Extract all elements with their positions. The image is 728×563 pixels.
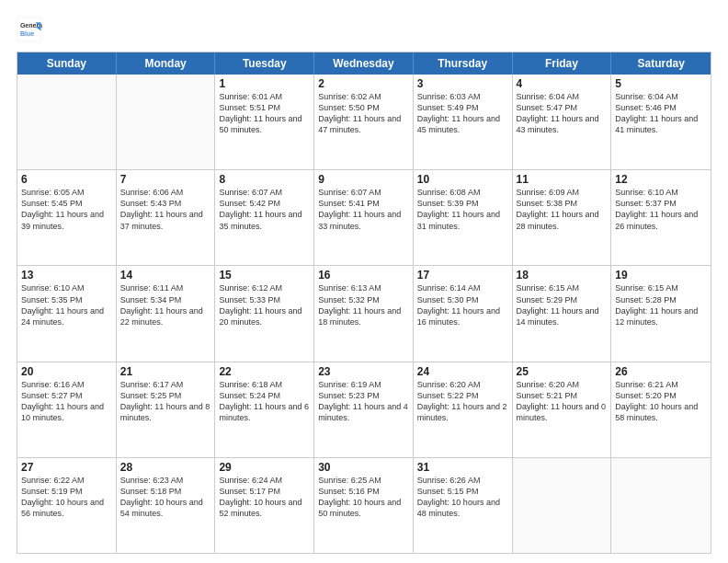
cell-info: Sunrise: 6:19 AM Sunset: 5:23 PM Dayligh…	[318, 379, 409, 424]
calendar-cell: 20Sunrise: 6:16 AM Sunset: 5:27 PM Dayli…	[17, 362, 117, 457]
calendar-cell: 5Sunrise: 6:04 AM Sunset: 5:46 PM Daylig…	[611, 75, 711, 169]
cell-info: Sunrise: 6:04 AM Sunset: 5:46 PM Dayligh…	[615, 91, 707, 136]
header-cell-thursday: Thursday	[414, 52, 513, 75]
cell-info: Sunrise: 6:23 AM Sunset: 5:18 PM Dayligh…	[120, 475, 211, 520]
calendar-cell: 30Sunrise: 6:25 AM Sunset: 5:16 PM Dayli…	[314, 458, 414, 553]
day-number: 3	[417, 77, 508, 90]
cell-info: Sunrise: 6:15 AM Sunset: 5:28 PM Dayligh…	[615, 282, 707, 327]
day-number: 9	[318, 173, 409, 186]
calendar-row-2: 6Sunrise: 6:05 AM Sunset: 5:45 PM Daylig…	[17, 170, 711, 266]
calendar-cell: 31Sunrise: 6:26 AM Sunset: 5:15 PM Dayli…	[414, 458, 513, 553]
calendar-cell: 12Sunrise: 6:10 AM Sunset: 5:37 PM Dayli…	[611, 170, 711, 265]
calendar-cell: 19Sunrise: 6:15 AM Sunset: 5:28 PM Dayli…	[611, 266, 711, 361]
calendar-cell: 26Sunrise: 6:21 AM Sunset: 5:20 PM Dayli…	[611, 362, 711, 457]
calendar-row-1: 1Sunrise: 6:01 AM Sunset: 5:51 PM Daylig…	[17, 75, 711, 170]
day-number: 22	[219, 365, 310, 378]
header-cell-tuesday: Tuesday	[215, 52, 314, 75]
day-number: 17	[417, 269, 508, 282]
day-number: 16	[318, 269, 409, 282]
day-number: 4	[517, 77, 608, 90]
day-number: 20	[21, 365, 112, 378]
day-number: 1	[219, 77, 310, 90]
cell-info: Sunrise: 6:16 AM Sunset: 5:27 PM Dayligh…	[21, 379, 112, 424]
cell-info: Sunrise: 6:03 AM Sunset: 5:49 PM Dayligh…	[417, 91, 508, 136]
calendar-cell: 1Sunrise: 6:01 AM Sunset: 5:51 PM Daylig…	[215, 75, 314, 169]
page: General Blue SundayMondayTuesdayWednesda…	[0, 0, 728, 563]
calendar-cell: 6Sunrise: 6:05 AM Sunset: 5:45 PM Daylig…	[17, 170, 117, 265]
day-number: 24	[417, 365, 508, 378]
header-cell-friday: Friday	[513, 52, 612, 75]
day-number: 2	[318, 77, 409, 90]
cell-info: Sunrise: 6:25 AM Sunset: 5:16 PM Dayligh…	[318, 475, 409, 520]
calendar-cell: 8Sunrise: 6:07 AM Sunset: 5:42 PM Daylig…	[215, 170, 314, 265]
cell-info: Sunrise: 6:01 AM Sunset: 5:51 PM Dayligh…	[219, 91, 310, 136]
calendar-cell: 13Sunrise: 6:10 AM Sunset: 5:35 PM Dayli…	[17, 266, 117, 361]
calendar-cell: 3Sunrise: 6:03 AM Sunset: 5:49 PM Daylig…	[414, 75, 513, 169]
calendar-cell: 25Sunrise: 6:20 AM Sunset: 5:21 PM Dayli…	[513, 362, 612, 457]
header-cell-wednesday: Wednesday	[314, 52, 414, 75]
calendar-cell	[117, 75, 216, 169]
day-number: 7	[120, 173, 211, 186]
calendar-row-5: 27Sunrise: 6:22 AM Sunset: 5:19 PM Dayli…	[17, 458, 711, 553]
day-number: 5	[615, 77, 707, 90]
day-number: 21	[120, 365, 211, 378]
day-number: 8	[219, 173, 310, 186]
day-number: 12	[615, 173, 707, 186]
calendar-cell	[17, 75, 117, 169]
calendar-cell: 4Sunrise: 6:04 AM Sunset: 5:47 PM Daylig…	[513, 75, 612, 169]
calendar-cell: 28Sunrise: 6:23 AM Sunset: 5:18 PM Dayli…	[117, 458, 216, 553]
calendar-cell: 16Sunrise: 6:13 AM Sunset: 5:32 PM Dayli…	[314, 266, 414, 361]
cell-info: Sunrise: 6:02 AM Sunset: 5:50 PM Dayligh…	[318, 91, 409, 136]
svg-rect-0	[17, 17, 41, 41]
header-cell-sunday: Sunday	[17, 52, 117, 75]
cell-info: Sunrise: 6:14 AM Sunset: 5:30 PM Dayligh…	[417, 282, 508, 327]
calendar-cell	[513, 458, 612, 553]
day-number: 27	[21, 461, 112, 474]
cell-info: Sunrise: 6:13 AM Sunset: 5:32 PM Dayligh…	[318, 282, 409, 327]
day-number: 10	[417, 173, 508, 186]
day-number: 15	[219, 269, 310, 282]
calendar-cell: 11Sunrise: 6:09 AM Sunset: 5:38 PM Dayli…	[513, 170, 612, 265]
calendar-cell: 29Sunrise: 6:24 AM Sunset: 5:17 PM Dayli…	[215, 458, 314, 553]
cell-info: Sunrise: 6:15 AM Sunset: 5:29 PM Dayligh…	[517, 282, 608, 327]
logo-icon: General Blue	[17, 17, 42, 42]
cell-info: Sunrise: 6:05 AM Sunset: 5:45 PM Dayligh…	[21, 187, 112, 232]
calendar-cell: 2Sunrise: 6:02 AM Sunset: 5:50 PM Daylig…	[314, 75, 414, 169]
calendar-cell: 17Sunrise: 6:14 AM Sunset: 5:30 PM Dayli…	[414, 266, 513, 361]
cell-info: Sunrise: 6:20 AM Sunset: 5:22 PM Dayligh…	[417, 379, 508, 424]
calendar-row-4: 20Sunrise: 6:16 AM Sunset: 5:27 PM Dayli…	[17, 362, 711, 458]
calendar: SundayMondayTuesdayWednesdayThursdayFrid…	[17, 52, 711, 554]
day-number: 13	[21, 269, 112, 282]
day-number: 18	[517, 269, 608, 282]
cell-info: Sunrise: 6:21 AM Sunset: 5:20 PM Dayligh…	[615, 379, 707, 424]
calendar-body: 1Sunrise: 6:01 AM Sunset: 5:51 PM Daylig…	[17, 75, 711, 553]
cell-info: Sunrise: 6:10 AM Sunset: 5:37 PM Dayligh…	[615, 187, 707, 232]
logo: General Blue	[17, 17, 46, 42]
day-number: 31	[417, 461, 508, 474]
day-number: 14	[120, 269, 211, 282]
calendar-cell: 14Sunrise: 6:11 AM Sunset: 5:34 PM Dayli…	[117, 266, 216, 361]
day-number: 19	[615, 269, 707, 282]
cell-info: Sunrise: 6:12 AM Sunset: 5:33 PM Dayligh…	[219, 282, 310, 327]
header-cell-saturday: Saturday	[611, 52, 711, 75]
calendar-cell: 9Sunrise: 6:07 AM Sunset: 5:41 PM Daylig…	[314, 170, 414, 265]
header: General Blue	[17, 17, 711, 42]
cell-info: Sunrise: 6:08 AM Sunset: 5:39 PM Dayligh…	[417, 187, 508, 232]
day-number: 6	[21, 173, 112, 186]
day-number: 25	[517, 365, 608, 378]
cell-info: Sunrise: 6:24 AM Sunset: 5:17 PM Dayligh…	[219, 475, 310, 520]
calendar-cell: 10Sunrise: 6:08 AM Sunset: 5:39 PM Dayli…	[414, 170, 513, 265]
calendar-cell: 24Sunrise: 6:20 AM Sunset: 5:22 PM Dayli…	[414, 362, 513, 457]
cell-info: Sunrise: 6:22 AM Sunset: 5:19 PM Dayligh…	[21, 475, 112, 520]
day-number: 28	[120, 461, 211, 474]
cell-info: Sunrise: 6:04 AM Sunset: 5:47 PM Dayligh…	[517, 91, 608, 136]
calendar-header: SundayMondayTuesdayWednesdayThursdayFrid…	[17, 52, 711, 75]
cell-info: Sunrise: 6:18 AM Sunset: 5:24 PM Dayligh…	[219, 379, 310, 424]
cell-info: Sunrise: 6:06 AM Sunset: 5:43 PM Dayligh…	[120, 187, 211, 232]
cell-info: Sunrise: 6:09 AM Sunset: 5:38 PM Dayligh…	[517, 187, 608, 232]
calendar-cell: 22Sunrise: 6:18 AM Sunset: 5:24 PM Dayli…	[215, 362, 314, 457]
svg-text:Blue: Blue	[20, 30, 34, 37]
cell-info: Sunrise: 6:11 AM Sunset: 5:34 PM Dayligh…	[120, 282, 211, 327]
cell-info: Sunrise: 6:10 AM Sunset: 5:35 PM Dayligh…	[21, 282, 112, 327]
calendar-cell: 21Sunrise: 6:17 AM Sunset: 5:25 PM Dayli…	[117, 362, 216, 457]
